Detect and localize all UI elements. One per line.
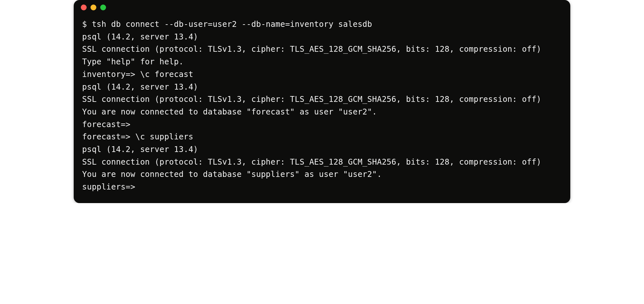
terminal-line: psql (14.2, server 13.4) [82,143,562,156]
terminal-line: suppliers=> [82,181,562,193]
terminal-line: You are now connected to database "suppl… [82,168,562,181]
close-icon[interactable] [81,5,87,10]
terminal-content[interactable]: $ tsh db connect --db-user=user2 --db-na… [74,15,570,203]
maximize-icon[interactable] [100,5,106,10]
terminal-line: inventory=> \c forecast [82,68,562,81]
terminal-line: forecast=> \c suppliers [82,131,562,143]
terminal-window: $ tsh db connect --db-user=user2 --db-na… [74,0,570,203]
terminal-line: SSL connection (protocol: TLSv1.3, ciphe… [82,156,562,168]
terminal-line: SSL connection (protocol: TLSv1.3, ciphe… [82,93,562,106]
terminal-line: SSL connection (protocol: TLSv1.3, ciphe… [82,43,562,56]
terminal-line: psql (14.2, server 13.4) [82,31,562,43]
terminal-line: forecast=> [82,118,562,131]
terminal-line: $ tsh db connect --db-user=user2 --db-na… [82,18,562,31]
terminal-line: psql (14.2, server 13.4) [82,81,562,93]
terminal-line: You are now connected to database "forec… [82,106,562,118]
terminal-line: Type "help" for help. [82,56,562,68]
titlebar [74,0,570,15]
minimize-icon[interactable] [91,5,96,10]
